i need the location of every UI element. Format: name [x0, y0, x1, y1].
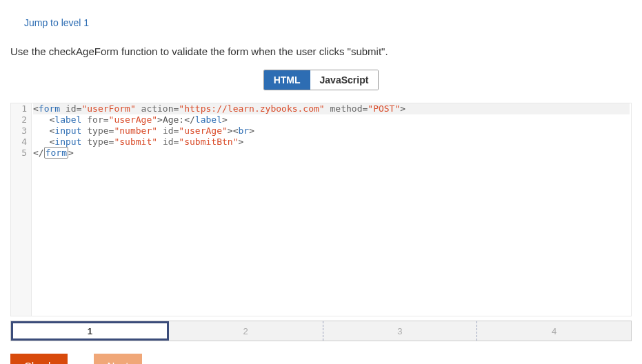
code-line[interactable]: <label for="userAge">Age:</label> [33, 114, 630, 125]
check-button[interactable]: Check [10, 354, 68, 364]
tab-container: HTML JavaScript [10, 70, 632, 90]
jump-to-level-link[interactable]: Jump to level 1 [24, 17, 89, 28]
progress-cell-3[interactable]: 3 [323, 321, 478, 341]
tab-group: HTML JavaScript [263, 70, 379, 90]
line-number: 3 [11, 125, 31, 136]
code-editor[interactable]: 12345 <form id="userForm" action="https:… [10, 103, 632, 316]
tab-html[interactable]: HTML [264, 70, 310, 90]
line-number: 5 [11, 148, 31, 159]
code-area[interactable]: <form id="userForm" action="https://lear… [32, 103, 631, 316]
code-line[interactable]: <form id="userForm" action="https://lear… [33, 103, 630, 114]
line-number: 2 [11, 114, 31, 125]
progress-cell-2[interactable]: 2 [169, 321, 323, 341]
line-number: 4 [11, 136, 31, 148]
next-button[interactable]: Next [94, 354, 143, 364]
button-row: Check Next [10, 354, 632, 364]
code-line[interactable]: <input type="number" id="userAge"><br> [33, 125, 630, 136]
progress-cell-1[interactable]: 1 [11, 321, 169, 341]
line-number: 1 [11, 103, 31, 114]
code-line[interactable]: </form> [33, 148, 630, 159]
progress-cell-4[interactable]: 4 [477, 321, 631, 341]
instructions-text: Use the checkAgeForm function to validat… [10, 46, 632, 57]
code-line[interactable]: <input type="submit" id="submitBtn"> [33, 136, 630, 148]
tab-javascript[interactable]: JavaScript [310, 70, 379, 90]
line-number-gutter: 12345 [11, 103, 32, 316]
progress-row: 1234 [10, 321, 632, 341]
